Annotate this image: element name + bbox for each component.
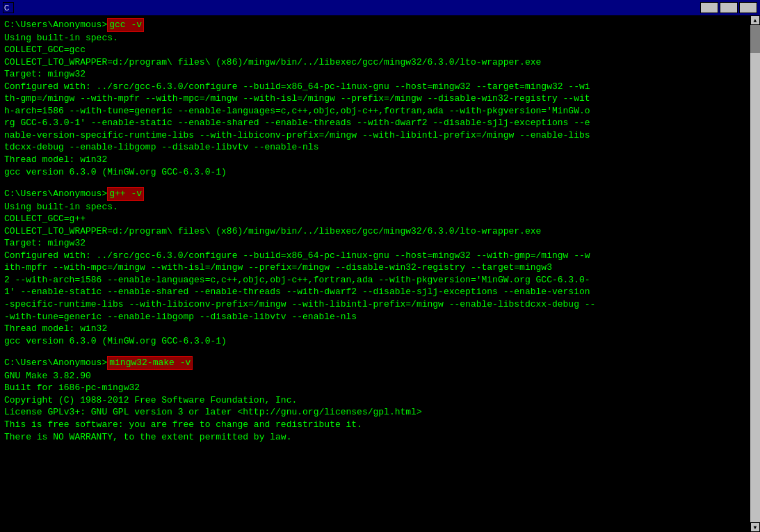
output-line: gcc version 6.3.0 (MinGW.org GCC-6.3.0-1… <box>4 166 756 179</box>
output-line: Thread model: win32 <box>4 323 756 335</box>
output-line: gcc version 6.3.0 (MinGW.org GCC-6.3.0-1… <box>4 335 756 348</box>
output-line: Target: mingw32 <box>4 68 756 81</box>
command-text: gcc -v <box>107 18 144 32</box>
command-text: mingw32-make -v <box>107 356 193 370</box>
output-line: Built for i686-pc-mingw32 <box>4 382 756 394</box>
prompt-line: C:\Users\Anonymous>mingw32-make -v <box>4 356 756 370</box>
prompt-text: C:\Users\Anonymous> <box>4 357 107 369</box>
title-bar-controls <box>700 2 757 13</box>
cmd-icon: C <box>3 2 14 13</box>
output-line: License GPLv3+: GNU GPL version 3 or lat… <box>4 406 756 419</box>
title-bar: C <box>0 0 760 15</box>
output-line: Using built-in specs. <box>4 201 756 213</box>
prompt-text: C:\Users\Anonymous> <box>4 188 107 200</box>
output-line: There is NO WARRANTY, to the extent perm… <box>4 431 756 444</box>
output-line: GNU Make 3.82.90 <box>4 370 756 382</box>
blank-line <box>4 178 756 187</box>
prompt-text: C:\Users\Anonymous> <box>4 19 107 31</box>
scrollbar-arrow-down[interactable]: ▼ <box>750 522 760 532</box>
terminal-content: C:\Users\Anonymous>gcc -vUsing built-in … <box>4 18 756 443</box>
prompt-line: C:\Users\Anonymous>gcc -v <box>4 18 756 32</box>
command-text: g++ -v <box>107 187 144 201</box>
scrollbar-thumb[interactable] <box>750 25 760 53</box>
output-line: 2 --with-arch=i586 --enable-languages=c,… <box>4 274 756 287</box>
output-line: 1' --enable-static --enable-shared --ena… <box>4 286 756 298</box>
cmd-window: C C:\Users\Anonymous>gcc -vUsing built-i… <box>0 0 760 532</box>
output-line: nable-version-specific-runtime-libs --wi… <box>4 129 756 142</box>
svg-text:C: C <box>4 4 9 12</box>
title-bar-left: C <box>3 2 18 13</box>
output-line: Configured with: ../src/gcc-6.3.0/config… <box>4 250 756 262</box>
terminal-body: C:\Users\Anonymous>gcc -vUsing built-in … <box>0 15 760 532</box>
output-line: Using built-in specs. <box>4 32 756 45</box>
output-line: rg GCC-6.3.0-1' --enable-static --enable… <box>4 117 756 129</box>
output-line: COLLECT_LTO_WRAPPER=d:/program\ files\ (… <box>4 225 756 238</box>
output-line: ith-mpfr --with-mpc=/mingw --with-isl=/m… <box>4 261 756 274</box>
output-line: Copyright (C) 1988-2012 Free Software Fo… <box>4 394 756 407</box>
scrollbar[interactable]: ▲ ▼ <box>750 15 760 532</box>
output-line: COLLECT_LTO_WRAPPER=d:/program\ files\ (… <box>4 56 756 69</box>
scrollbar-arrow-up[interactable]: ▲ <box>750 15 760 25</box>
output-line: Thread model: win32 <box>4 154 756 166</box>
output-line: Configured with: ../src/gcc-6.3.0/config… <box>4 81 756 93</box>
output-line: This is free software: you are free to c… <box>4 419 756 431</box>
output-line: -with-tune=generic --enable-libgomp --di… <box>4 311 756 323</box>
output-line: Target: mingw32 <box>4 237 756 250</box>
close-button[interactable] <box>739 2 757 13</box>
output-line: COLLECT_GCC=gcc <box>4 44 756 56</box>
output-line: -specific-runtime-libs --with-libiconv-p… <box>4 298 756 311</box>
output-line: th-gmp=/mingw --with-mpfr --with-mpc=/mi… <box>4 92 756 105</box>
output-line: COLLECT_GCC=g++ <box>4 213 756 225</box>
prompt-line: C:\Users\Anonymous>g++ -v <box>4 187 756 201</box>
minimize-button[interactable] <box>700 2 718 13</box>
output-line: tdcxx-debug --enable-libgomp --disable-l… <box>4 141 756 154</box>
blank-line <box>4 347 756 356</box>
maximize-button[interactable] <box>720 2 738 13</box>
output-line: h-arch=i586 --with-tune=generic --enable… <box>4 105 756 118</box>
